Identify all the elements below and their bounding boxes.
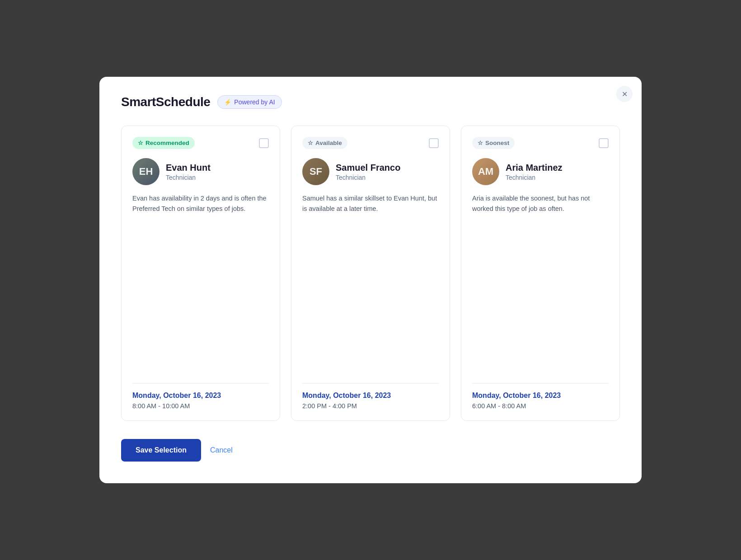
avatar-initials-2: SF bbox=[302, 158, 329, 185]
card-checkbox-2[interactable] bbox=[429, 138, 439, 148]
card-aria-martinez: ☆ Soonest AM Aria Martinez Technician Ar… bbox=[461, 126, 620, 421]
technician-info-3: AM Aria Martinez Technician bbox=[472, 158, 609, 185]
ai-badge-label: Powered by AI bbox=[234, 98, 275, 106]
schedule-time-1: 8:00 AM - 10:00 AM bbox=[132, 402, 269, 410]
avatar-evan: EH bbox=[132, 158, 159, 185]
card-footer-3: Monday, October 16, 2023 6:00 AM - 8:00 … bbox=[472, 383, 609, 410]
badge-label-1: Recommended bbox=[145, 140, 189, 146]
avatar-aria: AM bbox=[472, 158, 499, 185]
cards-container: ☆ Recommended EH Evan Hunt Technician Ev… bbox=[121, 126, 620, 421]
badge-label-2: Available bbox=[315, 140, 342, 146]
card-footer-1: Monday, October 16, 2023 8:00 AM - 10:00… bbox=[132, 383, 269, 410]
bolt-icon: ⚡ bbox=[224, 99, 231, 106]
technician-info-1: EH Evan Hunt Technician bbox=[132, 158, 269, 185]
schedule-date-2: Monday, October 16, 2023 bbox=[302, 392, 439, 400]
avatar-initials-3: AM bbox=[472, 158, 499, 185]
tech-name-3: Aria Martinez bbox=[506, 162, 563, 173]
badge-label-3: Soonest bbox=[485, 140, 509, 146]
modal-header: SmartSchedule ⚡ Powered by AI bbox=[121, 95, 620, 109]
avatar-samuel: SF bbox=[302, 158, 329, 185]
badge-soonest: ☆ Soonest bbox=[472, 137, 515, 149]
close-button[interactable]: ✕ bbox=[616, 86, 633, 102]
smart-schedule-modal: SmartSchedule ⚡ Powered by AI ✕ ☆ Recomm… bbox=[99, 77, 642, 483]
schedule-date-1: Monday, October 16, 2023 bbox=[132, 392, 269, 400]
star-icon-1: ☆ bbox=[138, 140, 143, 146]
schedule-time-3: 6:00 AM - 8:00 AM bbox=[472, 402, 609, 410]
card-samuel-franco: ☆ Available SF Samuel Franco Technician … bbox=[291, 126, 450, 421]
card-footer-2: Monday, October 16, 2023 2:00 PM - 4:00 … bbox=[302, 383, 439, 410]
star-icon-2: ☆ bbox=[308, 140, 313, 146]
save-selection-button[interactable]: Save Selection bbox=[121, 439, 201, 462]
tech-name-1: Evan Hunt bbox=[166, 162, 211, 173]
tech-details-1: Evan Hunt Technician bbox=[166, 162, 211, 181]
badge-recommended: ☆ Recommended bbox=[132, 137, 195, 149]
tech-role-2: Technician bbox=[336, 174, 400, 181]
tech-details-3: Aria Martinez Technician bbox=[506, 162, 563, 181]
schedule-date-3: Monday, October 16, 2023 bbox=[472, 392, 609, 400]
card-description-3: Aria is available the soonest, but has n… bbox=[472, 193, 609, 372]
tech-role-1: Technician bbox=[166, 174, 211, 181]
star-icon-3: ☆ bbox=[478, 140, 483, 146]
technician-info-2: SF Samuel Franco Technician bbox=[302, 158, 439, 185]
bottom-actions: Save Selection Cancel bbox=[121, 439, 620, 462]
tech-details-2: Samuel Franco Technician bbox=[336, 162, 400, 181]
close-icon: ✕ bbox=[622, 90, 628, 98]
schedule-time-2: 2:00 PM - 4:00 PM bbox=[302, 402, 439, 410]
card-top-row-1: ☆ Recommended bbox=[132, 137, 269, 149]
card-description-2: Samuel has a similar skillset to Evan Hu… bbox=[302, 193, 439, 372]
ai-badge: ⚡ Powered by AI bbox=[217, 95, 281, 109]
card-evan-hunt: ☆ Recommended EH Evan Hunt Technician Ev… bbox=[121, 126, 280, 421]
cancel-button[interactable]: Cancel bbox=[210, 443, 233, 458]
card-description-1: Evan has availability in 2 days and is o… bbox=[132, 193, 269, 372]
badge-available: ☆ Available bbox=[302, 137, 347, 149]
avatar-initials-1: EH bbox=[132, 158, 159, 185]
card-checkbox-3[interactable] bbox=[599, 138, 609, 148]
tech-name-2: Samuel Franco bbox=[336, 162, 400, 173]
app-title: SmartSchedule bbox=[121, 95, 210, 109]
card-top-row-2: ☆ Available bbox=[302, 137, 439, 149]
tech-role-3: Technician bbox=[506, 174, 563, 181]
card-top-row-3: ☆ Soonest bbox=[472, 137, 609, 149]
card-checkbox-1[interactable] bbox=[259, 138, 269, 148]
